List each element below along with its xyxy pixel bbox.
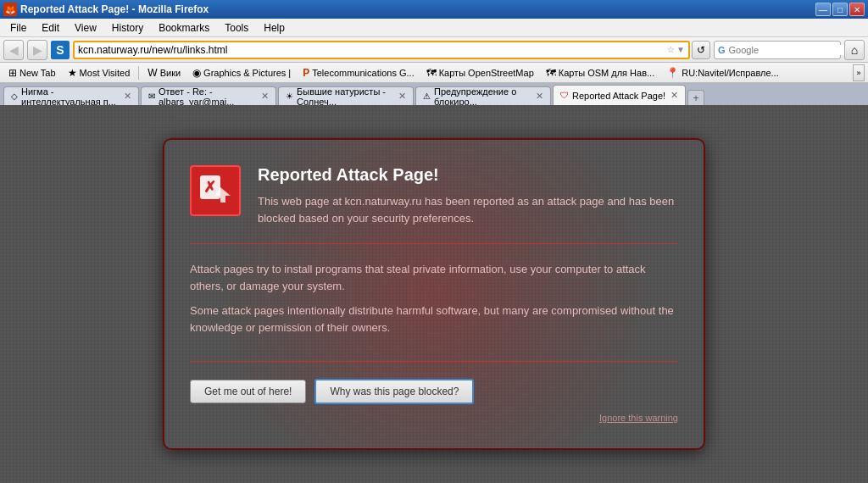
- wiki-icon: W: [147, 67, 157, 79]
- tab-warning-favicon: ⚠: [423, 92, 431, 101]
- tab-naturists[interactable]: ☀ Бывшие натуристы - Солнеч... ✕: [278, 86, 414, 105]
- main-content: ✗ Reported Attack Page! This web page at…: [0, 105, 868, 483]
- tab-attack[interactable]: 🛡 Reported Attack Page! ✕: [553, 85, 686, 105]
- graphics-icon: ◉: [192, 67, 201, 79]
- bookmarks-bar: ⊞ New Tab ★ Most Visited W Вики ◉ Graphi…: [0, 63, 868, 83]
- app-icon: 🦊: [3, 3, 17, 16]
- warning-body-p1: Attack pages try to install programs tha…: [190, 261, 678, 294]
- tab-attack-favicon: 🛡: [560, 91, 569, 100]
- star-icon[interactable]: ☆: [667, 45, 675, 54]
- bookmark-newtab[interactable]: ⊞ New Tab: [3, 65, 61, 80]
- tab-otvet-label: Ответ - Re: - albars_yar@mai...: [159, 86, 256, 105]
- tab-otvet-close[interactable]: ✕: [261, 91, 269, 102]
- tab-otvet-favicon: ✉: [148, 92, 155, 101]
- window-controls: — □ ✕: [815, 3, 865, 16]
- tab-otvet[interactable]: ✉ Ответ - Re: - albars_yar@mai... ✕: [141, 86, 276, 105]
- tab-naturists-favicon: ☀: [286, 92, 293, 101]
- bookmark-wiki-label: Вики: [160, 68, 181, 78]
- menu-bookmarks[interactable]: Bookmarks: [152, 20, 216, 36]
- refresh-button[interactable]: ↺: [692, 41, 710, 59]
- map-icon: 🗺: [426, 67, 437, 79]
- ignore-warning-link[interactable]: Ignore this warning: [190, 413, 678, 423]
- navitel-icon: 📍: [666, 67, 679, 79]
- search-container: G 🔍: [714, 41, 841, 59]
- bookmark-navitel[interactable]: 📍 RU:Navitel/Исправле...: [661, 65, 784, 80]
- down-icon[interactable]: ▼: [676, 45, 685, 54]
- bookmark-newtab-label: New Tab: [19, 68, 56, 78]
- bookmark-navitel-label: RU:Navitel/Исправле...: [682, 68, 779, 78]
- tab-attack-label: Reported Attack Page!: [572, 91, 665, 101]
- back-button[interactable]: ◀: [3, 40, 24, 60]
- tab-nigma-favicon: ◇: [11, 92, 18, 101]
- map2-icon: 🗺: [546, 67, 556, 79]
- warning-title: Reported Attack Page!: [258, 165, 678, 185]
- address-input[interactable]: [78, 44, 667, 56]
- search-input[interactable]: [729, 45, 846, 55]
- attack-warning-box: ✗ Reported Attack Page! This web page at…: [163, 138, 705, 450]
- attack-icon: ✗: [197, 172, 234, 209]
- tab-warning-label: Предупреждение о блокиро...: [434, 86, 531, 105]
- minimize-button[interactable]: —: [815, 3, 831, 16]
- tab-bar: ◇ Нигма - интеллектуальная п... ✕ ✉ Отве…: [0, 83, 868, 105]
- home-button[interactable]: ⌂: [844, 40, 865, 60]
- maximize-button[interactable]: □: [832, 3, 848, 16]
- nav-bar: ◀ ▶ S ☆ ▼ ↺ G 🔍 ⌂: [0, 37, 868, 63]
- address-bar-container: ☆ ▼ ↺: [73, 41, 710, 59]
- warning-body-p2: Some attack pages intentionally distribu…: [190, 303, 678, 336]
- bookmark-graphics-label: Graphics & Pictures |: [203, 68, 291, 78]
- warning-description: This web page at kcn.naturway.ru has bee…: [258, 193, 678, 226]
- bookmark-osm2[interactable]: 🗺 Карты OSM для Нав...: [541, 65, 659, 80]
- separator-1: [138, 66, 139, 80]
- menu-tools[interactable]: Tools: [218, 20, 255, 36]
- warning-buttons: Get me out of here! Why was this page bl…: [190, 379, 678, 404]
- tab-warning-close[interactable]: ✕: [536, 91, 543, 102]
- bookmark-mostvisited-label: Most Visited: [80, 68, 131, 78]
- bookmark-pf[interactable]: P Telecommunications G...: [298, 65, 419, 80]
- address-bar-wrapper: ☆ ▼: [73, 41, 690, 59]
- warning-header-text: Reported Attack Page! This web page at k…: [258, 165, 678, 226]
- bookmarks-more-button[interactable]: »: [853, 64, 865, 81]
- bookmark-graphics[interactable]: ◉ Graphics & Pictures |: [187, 65, 296, 80]
- tab-nigma-label: Нигма - интеллектуальная п...: [21, 86, 119, 105]
- google-logo: G: [715, 45, 729, 55]
- menu-view[interactable]: View: [68, 20, 103, 36]
- forward-button[interactable]: ▶: [27, 40, 47, 60]
- bookmark-wiki[interactable]: W Вики: [142, 65, 186, 80]
- window-title: Reported Attack Page! - Mozilla Firefox: [20, 3, 209, 15]
- bookmark-mostvisited[interactable]: ★ Most Visited: [63, 65, 136, 80]
- warning-header: ✗ Reported Attack Page! This web page at…: [190, 165, 678, 244]
- mostvisited-icon: ★: [68, 67, 77, 79]
- warning-icon-container: ✗: [190, 165, 241, 216]
- newtab-icon: ⊞: [8, 67, 17, 79]
- bookmark-osm[interactable]: 🗺 Карты OpenStreetMap: [421, 65, 539, 80]
- pf-icon: P: [303, 67, 309, 79]
- tab-naturists-close[interactable]: ✕: [398, 91, 406, 102]
- tab-nigma-close[interactable]: ✕: [124, 91, 131, 102]
- get-out-button[interactable]: Get me out of here!: [190, 380, 306, 403]
- new-tab-button[interactable]: +: [687, 90, 704, 105]
- bookmark-telecom-label: Telecommunications G...: [312, 68, 414, 78]
- tab-attack-close[interactable]: ✕: [670, 90, 678, 101]
- menu-edit[interactable]: Edit: [35, 20, 66, 36]
- close-button[interactable]: ✕: [849, 3, 865, 16]
- warning-body: Attack pages try to install programs tha…: [190, 261, 678, 362]
- bookmark-osm-label: Карты OpenStreetMap: [439, 68, 534, 78]
- title-bar: 🦊 Reported Attack Page! - Mozilla Firefo…: [0, 0, 868, 19]
- menu-file[interactable]: File: [3, 20, 33, 36]
- why-blocked-button[interactable]: Why was this page blocked?: [314, 379, 474, 404]
- menu-bar: File Edit View History Bookmarks Tools H…: [0, 19, 868, 37]
- tab-naturists-label: Бывшие натуристы - Солнеч...: [297, 86, 393, 105]
- menu-help[interactable]: Help: [257, 20, 292, 36]
- tab-warning[interactable]: ⚠ Предупреждение о блокиро... ✕: [415, 86, 551, 105]
- tab-nigma[interactable]: ◇ Нигма - интеллектуальная п... ✕: [3, 86, 139, 105]
- bookmark-osm2-label: Карты OSM для Нав...: [559, 68, 654, 78]
- menu-history[interactable]: History: [105, 20, 150, 36]
- svg-text:✗: ✗: [203, 179, 216, 196]
- browser-logo: S: [51, 41, 70, 59]
